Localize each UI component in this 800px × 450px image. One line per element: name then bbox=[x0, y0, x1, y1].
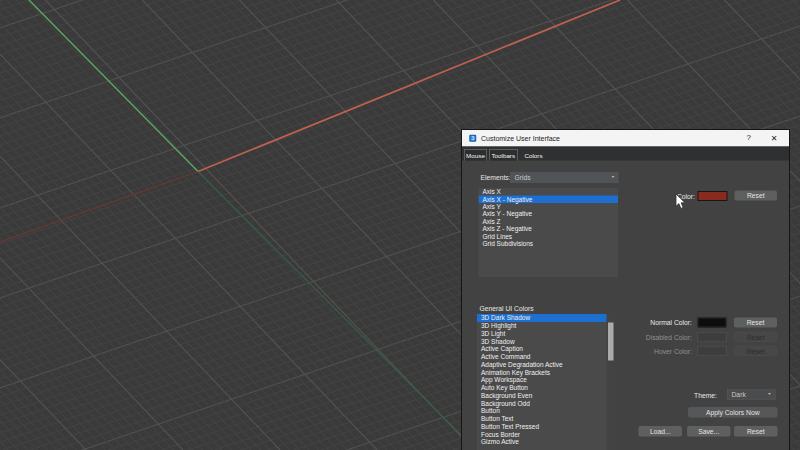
svg-text:3: 3 bbox=[471, 135, 474, 141]
